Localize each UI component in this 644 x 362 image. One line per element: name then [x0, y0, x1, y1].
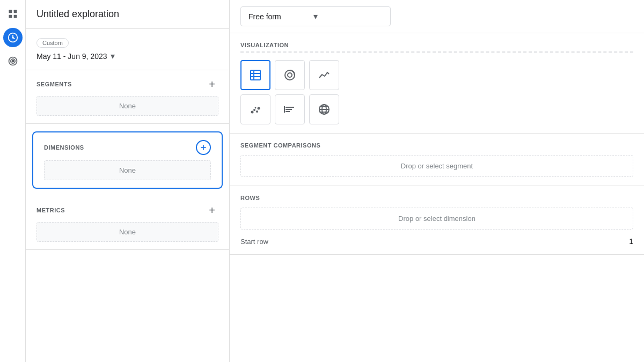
segment-comparisons-title: SEGMENT COMPARISONS	[240, 142, 633, 149]
segments-label: SEGMENTS	[36, 81, 72, 87]
svg-point-20	[258, 107, 260, 110]
dimensions-header: DIMENSIONS	[44, 140, 211, 155]
svg-point-19	[256, 110, 258, 113]
sidebar-title: Untitled exploration	[26, 0, 229, 29]
scatter-viz-button[interactable]	[240, 94, 270, 124]
segment-drop-box[interactable]: Drop or select segment	[240, 155, 633, 177]
top-bar: Free form ▾	[230, 0, 644, 33]
target-nav-icon[interactable]	[3, 51, 23, 71]
analytics-nav-icon[interactable]	[3, 28, 23, 47]
donut-viz-button[interactable]	[275, 60, 305, 90]
date-range-text: May 11 - Jun 9, 2023	[36, 52, 107, 61]
metrics-label: METRICS	[36, 207, 65, 213]
svg-point-16	[288, 73, 292, 77]
form-type-dropdown[interactable]: Free form ▾	[240, 6, 391, 26]
svg-point-18	[253, 109, 255, 111]
svg-point-8	[12, 60, 13, 62]
dimensions-label: DIMENSIONS	[44, 144, 84, 151]
metrics-header: METRICS +	[36, 204, 218, 217]
segments-section: SEGMENTS + None	[26, 70, 229, 124]
segments-header: SEGMENTS +	[36, 78, 218, 91]
svg-rect-0	[9, 10, 12, 13]
date-section: Custom May 11 - Jun 9, 2023 ▾	[26, 29, 229, 70]
segment-comparisons-section: SEGMENT COMPARISONS Drop or select segme…	[230, 134, 644, 186]
table-viz-button[interactable]	[240, 60, 270, 90]
start-row-value: 1	[629, 237, 633, 246]
dropdown-arrow-icon: ▾	[313, 11, 318, 21]
grid-nav-icon[interactable]	[3, 4, 23, 24]
start-row-label: Start row	[240, 238, 268, 246]
sidebar: Untitled exploration Custom May 11 - Jun…	[26, 0, 230, 362]
visualization-title: VISUALIZATION	[240, 42, 633, 53]
map-viz-button[interactable]	[309, 94, 339, 124]
metrics-none: None	[36, 222, 218, 242]
segments-add-button[interactable]: +	[206, 78, 218, 91]
svg-point-21	[255, 107, 257, 109]
form-type-label: Free form	[248, 12, 281, 21]
date-range-arrow: ▾	[111, 51, 115, 61]
rows-drop-box[interactable]: Drop or select dimension	[240, 208, 633, 230]
metrics-add-button[interactable]: +	[206, 204, 218, 217]
bar-viz-button[interactable]	[275, 94, 305, 124]
visualization-grid	[240, 60, 633, 124]
svg-rect-11	[251, 70, 260, 80]
visualization-section: VISUALIZATION	[230, 33, 644, 134]
svg-rect-3	[13, 15, 17, 18]
dimensions-add-button[interactable]	[196, 140, 211, 155]
rows-title: ROWS	[240, 195, 633, 201]
date-range[interactable]: May 11 - Jun 9, 2023 ▾	[36, 51, 218, 61]
metrics-section: METRICS + None	[26, 196, 229, 250]
left-nav	[0, 0, 26, 362]
dimensions-none: None	[44, 160, 211, 180]
segments-none: None	[36, 96, 218, 116]
svg-rect-1	[13, 10, 17, 13]
main-content: Free form ▾ VISUALIZATION	[230, 0, 644, 362]
line-viz-button[interactable]	[309, 60, 339, 90]
svg-point-17	[251, 111, 254, 114]
svg-rect-2	[9, 15, 12, 18]
date-label[interactable]: Custom	[36, 38, 69, 48]
dimensions-section: DIMENSIONS None	[32, 131, 223, 189]
rows-section: ROWS Drop or select dimension Start row …	[230, 186, 644, 255]
svg-point-5	[12, 36, 13, 38]
start-row: Start row 1	[240, 237, 633, 246]
